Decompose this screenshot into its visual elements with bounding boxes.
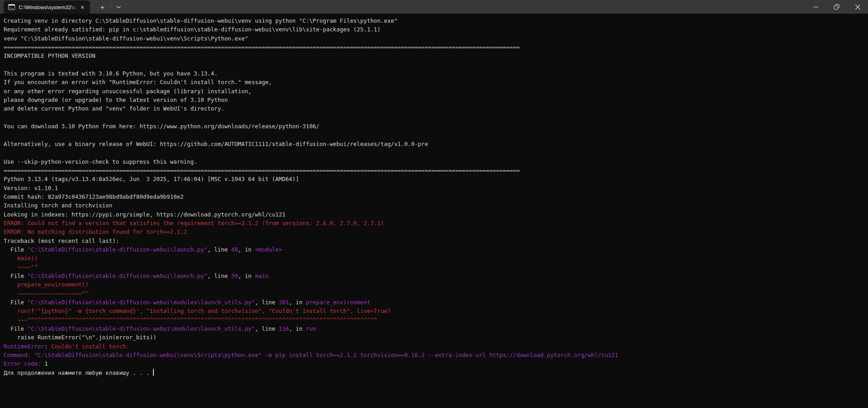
terminal-text: [4, 290, 17, 297]
terminal-line: ERROR: Could not find a version that sat…: [4, 219, 868, 227]
terminal-line: Requirement already satisfied: pip in c:…: [4, 25, 868, 34]
close-button[interactable]: [847, 0, 868, 14]
terminal-text: <module>: [255, 246, 282, 253]
terminal-text: [4, 264, 17, 271]
chevron-down-icon: [116, 5, 121, 9]
terminal-line: Command: "C:\StableDiffusion\stable-diff…: [4, 351, 868, 359]
terminal-cursor: [153, 369, 154, 376]
terminal-text: :: [45, 343, 51, 350]
terminal-line: please downgrade (or upgrade) to the lat…: [4, 96, 868, 104]
terminal-text: "C:\StableDiffusion\stable-diffusion-web…: [27, 272, 207, 279]
terminal-text: Looking in indexes: https://pypi.org/sim…: [4, 211, 285, 218]
terminal-text: , line: [255, 325, 279, 332]
terminal-text: 381: [279, 299, 289, 306]
terminal-text: run: [306, 325, 316, 332]
terminal-line: [4, 60, 868, 69]
terminal-text: or any other error regarding unsuccessfu…: [4, 88, 252, 95]
terminal-text: "C:\StableDiffusion\stable-diffusion-web…: [27, 246, 207, 253]
terminal-text: Python 3.13.4 (tags/v3.13.4:8a526ec, Jun…: [4, 176, 299, 182]
tabbar-separator: [110, 4, 111, 10]
terminal-line: [4, 148, 868, 157]
terminal-text: Couldn't install torch.: [51, 343, 129, 350]
minimize-icon: [813, 5, 818, 10]
terminal-text: ========================================…: [4, 167, 520, 174]
terminal-output[interactable]: Creating venv in directory C:\StableDiff…: [0, 14, 868, 408]
terminal-text: ERROR: Could not find a version that sat…: [4, 220, 384, 227]
terminal-text: prepare_environment(): [17, 281, 89, 288]
terminal-text: main: [255, 272, 269, 279]
terminal-line: ~~~^^^^^^^^^^^^^^^^^^^^^^^^^^^^^^^^^^^^^…: [4, 316, 868, 324]
terminal-text: 1: [45, 360, 48, 367]
terminal-text: venv "C:\StableDiffusion\stable-diffusio…: [4, 35, 248, 42]
terminal-text: , in: [238, 246, 255, 253]
terminal-line: Error code: 1: [4, 359, 868, 368]
terminal-text: , line: [208, 272, 231, 279]
terminal-text: Traceback (most recent call last):: [4, 237, 119, 244]
window-controls: [805, 0, 868, 14]
terminal-text: main(): [17, 255, 38, 262]
tab-cmd[interactable]: C:\Windows\system32\cmd.e ×: [4, 0, 90, 14]
terminal-text: , line: [255, 299, 279, 306]
terminal-text: ERROR: No matching distribution found fo…: [4, 228, 187, 235]
terminal-line: INCOMPATIBLE PYTHON VERSION: [4, 51, 868, 60]
terminal-text: File: [4, 246, 27, 253]
terminal-line: ERROR: No matching distribution found fo…: [4, 227, 868, 236]
terminal-line: This program is tested with 3.10.6 Pytho…: [4, 69, 868, 78]
terminal-text: [4, 255, 17, 262]
terminal-line: Python 3.13.4 (tags/v3.13.4:8a526ec, Jun…: [4, 175, 868, 183]
terminal-line: ========================================…: [4, 166, 868, 175]
tab-title: C:\Windows\system32\cmd.e: [19, 5, 76, 10]
terminal-line: [4, 131, 868, 139]
tab-close-icon[interactable]: ×: [78, 3, 86, 11]
terminal-text: 39: [231, 272, 238, 279]
tab-dropdown-button[interactable]: [112, 0, 125, 14]
terminal-text: This program is tested with 3.10.6 Pytho…: [4, 70, 218, 77]
terminal-text: File: [4, 272, 27, 279]
terminal-text: 48: [231, 246, 238, 253]
terminal-text: ~~~~~~~~~~~~~~~~~~~^^: [17, 290, 89, 297]
terminal-line: Для продолжения нажмите любую клавишу . …: [4, 368, 868, 377]
terminal-line: You can download 3.10 Python from here: …: [4, 122, 868, 131]
terminal-line: main(): [4, 254, 868, 262]
terminal-text: , in: [289, 299, 306, 306]
terminal-line: RuntimeError: Couldn't install torch.: [4, 342, 868, 351]
terminal-text: run(f'"{python}" -m {torch_command}', "I…: [17, 307, 391, 314]
titlebar-drag-region[interactable]: [125, 0, 805, 14]
terminal-line: prepare_environment(): [4, 280, 868, 289]
close-icon: [855, 5, 860, 10]
terminal-text: Requirement already satisfied: pip in c:…: [4, 26, 381, 33]
terminal-text: Use --skip-python-version-check to suppr…: [4, 158, 197, 165]
terminal-text: Для продолжения нажмите любую клавишу . …: [4, 369, 153, 376]
terminal-line: Looking in indexes: https://pypi.org/sim…: [4, 210, 868, 219]
terminal-text: prepare_environment: [306, 299, 371, 306]
terminal-line: ~~~~^^: [4, 263, 868, 272]
terminal-line: ~~~~~~~~~~~~~~~~~~~^^: [4, 289, 868, 298]
terminal-text: Alternatively, use a binary release of W…: [4, 141, 428, 147]
new-tab-button[interactable]: +: [96, 0, 109, 14]
terminal-line: raise RuntimeError("\n".join(error_bits)…: [4, 333, 868, 342]
terminal-text: You can download 3.10 Python from here: …: [4, 123, 320, 130]
terminal-text: [4, 317, 17, 323]
terminal-text: "C:\StableDiffusion\stable-diffusion-web…: [27, 325, 255, 332]
cmd-icon: [8, 4, 15, 10]
titlebar: C:\Windows\system32\cmd.e × +: [0, 0, 868, 14]
terminal-text: "C:\StableDiffusion\stable-diffusion-web…: [27, 299, 255, 306]
terminal-text: INCOMPATIBLE PYTHON VERSION: [4, 52, 95, 59]
terminal-text: Installing torch and torchvision: [4, 202, 112, 209]
terminal-line: Commit hash: 82a973c04367123ae98bd9abdf8…: [4, 192, 868, 201]
terminal-line: ========================================…: [4, 43, 868, 51]
terminal-text: , in: [238, 272, 255, 279]
terminal-text: Error code:: [4, 360, 45, 367]
terminal-line: Alternatively, use a binary release of W…: [4, 140, 868, 148]
minimize-button[interactable]: [805, 0, 826, 14]
terminal-text: Commit hash: 82a973c04367123ae98bd9abdf8…: [4, 193, 183, 200]
terminal-text: ~~~~^^: [17, 264, 38, 271]
terminal-line: File "C:\StableDiffusion\stable-diffusio…: [4, 245, 868, 254]
restore-button[interactable]: [826, 0, 847, 14]
terminal-line: Version: v1.10.1: [4, 184, 868, 192]
terminal-text: , in: [289, 325, 306, 332]
terminal-line: Creating venv in directory C:\StableDiff…: [4, 16, 868, 25]
terminal-line: File "C:\StableDiffusion\stable-diffusio…: [4, 298, 868, 307]
terminal-text: [4, 281, 17, 288]
terminal-text: 116: [279, 325, 289, 332]
